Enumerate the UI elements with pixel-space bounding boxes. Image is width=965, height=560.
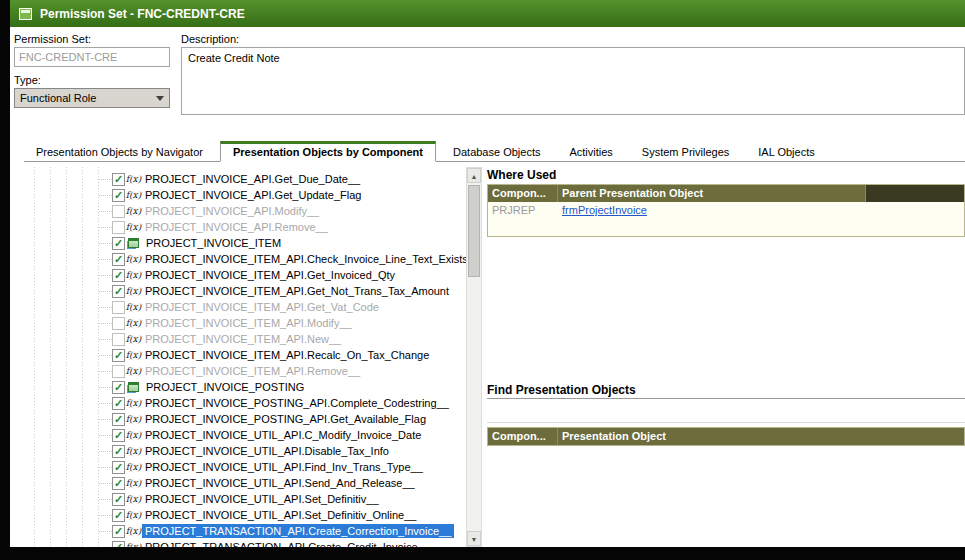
scroll-down-button[interactable]: ▼ <box>467 531 481 546</box>
checkbox[interactable]: ✓ <box>112 445 125 458</box>
column-header-parent-presentation-object[interactable]: Parent Presentation Object <box>558 185 866 202</box>
tree-row[interactable]: ✓f(x)PROJECT_INVOICE_POSTING_API.Get_Ava… <box>24 411 466 427</box>
type-dropdown[interactable]: Functional Role <box>14 88 170 108</box>
checkbox[interactable] <box>112 317 125 330</box>
tree-item-label[interactable]: PROJECT_INVOICE_UTIL_API.Set_Definitiv_O… <box>142 508 419 522</box>
tree-item-label[interactable]: PROJECT_INVOICE_UTIL_API.Disable_Tax_Inf… <box>142 444 392 458</box>
tree-row[interactable]: ✓f(x)PROJECT_INVOICE_UTIL_API.Find_Inv_T… <box>24 459 466 475</box>
tab-system-privileges[interactable]: System Privileges <box>630 143 741 161</box>
checkbox[interactable]: ✓ <box>112 237 125 250</box>
checkbox[interactable]: ✓ <box>112 381 125 394</box>
tree-item-label[interactable]: PROJECT_TRANSACTION_API.Create_Credit_In… <box>142 540 433 547</box>
checkbox[interactable]: ✓ <box>112 509 125 522</box>
tree-row[interactable]: ✓PROJECT_INVOICE_POSTING <box>24 379 466 395</box>
tree-row[interactable]: ✓f(x)PROJECT_INVOICE_ITEM_API.Check_Invo… <box>24 251 466 267</box>
checkbox[interactable] <box>112 333 125 346</box>
tree-item-label[interactable]: PROJECT_INVOICE_UTIL_API.Find_Inv_Trans_… <box>142 460 426 474</box>
tree-row[interactable]: ✓f(x)PROJECT_INVOICE_UTIL_API.Disable_Ta… <box>24 443 466 459</box>
tab-activities[interactable]: Activities <box>557 143 624 161</box>
tree-item-label[interactable]: PROJECT_INVOICE_ITEM_API.Recalc_On_Tax_C… <box>142 348 432 362</box>
tree-item-label[interactable]: PROJECT_INVOICE_API.Get_Update_Flag <box>142 188 364 202</box>
tree-row[interactable]: f(x)PROJECT_INVOICE_ITEM_API.New__ <box>24 331 466 347</box>
tree-item-label[interactable]: PROJECT_INVOICE_POSTING_API.Get_Availabl… <box>142 412 429 426</box>
tree-item-label[interactable]: PROJECT_INVOICE_ITEM_API.Remove__ <box>142 364 363 378</box>
tab-ial-objects[interactable]: IAL Objects <box>746 143 826 161</box>
checkbox[interactable]: ✓ <box>112 413 125 426</box>
tree-row[interactable]: ✓f(x)PROJECT_TRANSACTION_API.Create_Corr… <box>24 523 466 539</box>
checkbox[interactable]: ✓ <box>112 477 125 490</box>
tree-row[interactable]: ✓f(x)PROJECT_INVOICE_ITEM_API.Recalc_On_… <box>24 347 466 363</box>
checkbox[interactable] <box>112 365 125 378</box>
tree-item-label[interactable]: PROJECT_INVOICE_ITEM_API.Get_Not_Trans_T… <box>142 284 452 298</box>
tab-presentation-objects-by-navigator[interactable]: Presentation Objects by Navigator <box>24 143 215 161</box>
tree-row[interactable]: ✓f(x)PROJECT_INVOICE_UTIL_API.Set_Defini… <box>24 507 466 523</box>
tree-item-label[interactable]: PROJECT_INVOICE_POSTING_API.Complete_Cod… <box>142 396 452 410</box>
tree-item-label[interactable]: PROJECT_INVOICE_API.Get_Due_Date__ <box>142 172 363 186</box>
tree-row[interactable]: f(x)PROJECT_INVOICE_API.Modify__ <box>24 203 466 219</box>
description-textarea[interactable]: Create Credit Note <box>181 47 965 115</box>
checkbox[interactable]: ✓ <box>112 269 125 282</box>
checkbox[interactable]: ✓ <box>112 429 125 442</box>
tree-row[interactable]: ✓PROJECT_INVOICE_ITEM <box>24 235 466 251</box>
tree-item-label[interactable]: PROJECT_TRANSACTION_API.Create_Correctio… <box>142 524 454 538</box>
checkbox[interactable]: ✓ <box>112 397 125 410</box>
permission-set-icon <box>19 8 32 20</box>
tree-item-label[interactable]: PROJECT_INVOICE_ITEM_API.New__ <box>142 332 344 346</box>
column-header-component[interactable]: Compon... <box>488 185 558 202</box>
checkbox[interactable]: ✓ <box>112 189 125 202</box>
tree-row[interactable]: ✓f(x)PROJECT_INVOICE_ITEM_API.Get_Not_Tr… <box>24 283 466 299</box>
checkbox[interactable] <box>112 301 125 314</box>
checkbox[interactable]: ✓ <box>112 349 125 362</box>
tree-item-label[interactable]: PROJECT_INVOICE_UTIL_API.Set_Definitiv__ <box>142 492 382 506</box>
tab-presentation-objects-by-component[interactable]: Presentation Objects by Component <box>220 141 436 162</box>
tree-item-label[interactable]: PROJECT_INVOICE_ITEM_API.Modify__ <box>142 316 355 330</box>
tree-item-label[interactable]: PROJECT_INVOICE_ITEM_API.Get_Invoiced_Qt… <box>142 268 398 282</box>
tree: ✓f(x)PROJECT_INVOICE_API.Get_Due_Date__✓… <box>24 167 466 547</box>
scrollbar-thumb[interactable] <box>468 185 480 277</box>
tree-item-label[interactable]: PROJECT_INVOICE_ITEM <box>143 236 284 250</box>
tree-row[interactable]: ✓f(x)PROJECT_INVOICE_ITEM_API.Get_Invoic… <box>24 267 466 283</box>
tree-row[interactable]: ✓f(x)PROJECT_INVOICE_UTIL_API.C_Modify_I… <box>24 427 466 443</box>
where-used-row: PRJREPfrmProjectInvoice <box>488 202 964 218</box>
tree-item-label[interactable]: PROJECT_INVOICE_API.Remove__ <box>142 220 331 234</box>
checkbox[interactable]: ✓ <box>112 461 125 474</box>
tree-item-label[interactable]: PROJECT_INVOICE_POSTING <box>143 380 307 394</box>
checkbox[interactable]: ✓ <box>112 253 125 266</box>
checkbox[interactable] <box>112 221 125 234</box>
tree-row[interactable]: ✓f(x)PROJECT_INVOICE_POSTING_API.Complet… <box>24 395 466 411</box>
tree-row[interactable]: ✓f(x)PROJECT_INVOICE_API.Get_Update_Flag <box>24 187 466 203</box>
permission-set-input[interactable] <box>14 47 170 67</box>
find-presentation-objects-input[interactable] <box>487 400 965 423</box>
checkbox[interactable]: ✓ <box>112 493 125 506</box>
tree-row[interactable]: ✓f(x)PROJECT_INVOICE_UTIL_API.Set_Defini… <box>24 491 466 507</box>
tree-item-label[interactable]: PROJECT_INVOICE_UTIL_API.C_Modify_Invoic… <box>142 428 424 442</box>
checkbox[interactable] <box>112 205 125 218</box>
tree-row[interactable]: f(x)PROJECT_INVOICE_ITEM_API.Get_Vat_Cod… <box>24 299 466 315</box>
column-header-filler <box>866 185 964 202</box>
checkbox[interactable]: ✓ <box>112 525 125 538</box>
checkbox[interactable]: ✓ <box>112 173 125 186</box>
tree-item-label[interactable]: PROJECT_INVOICE_API.Modify__ <box>142 204 322 218</box>
tree-connector <box>99 531 112 532</box>
tree-item-label[interactable]: PROJECT_INVOICE_UTIL_API.Send_And_Releas… <box>142 476 418 490</box>
scroll-up-button[interactable]: ▲ <box>467 168 481 183</box>
tab-database-objects[interactable]: Database Objects <box>441 143 552 161</box>
function-icon: f(x) <box>125 254 142 264</box>
tree-row[interactable]: f(x)PROJECT_INVOICE_ITEM_API.Remove__ <box>24 363 466 379</box>
tree-scrollbar[interactable]: ▲ ▼ <box>466 167 482 547</box>
tree-row[interactable]: f(x)PROJECT_INVOICE_API.Remove__ <box>24 219 466 235</box>
tab-bar: Presentation Objects by NavigatorPresent… <box>24 141 965 162</box>
checkbox[interactable]: ✓ <box>112 285 125 298</box>
tree-connector <box>99 371 112 372</box>
function-icon: f(x) <box>125 414 142 424</box>
tree-item-label[interactable]: PROJECT_INVOICE_ITEM_API.Check_Invoice_L… <box>142 252 466 266</box>
tree-row[interactable]: f(x)PROJECT_INVOICE_ITEM_API.Modify__ <box>24 315 466 331</box>
tree-row[interactable]: ✓f(x)PROJECT_INVOICE_UTIL_API.Send_And_R… <box>24 475 466 491</box>
column-header-component[interactable]: Compon... <box>488 428 558 445</box>
function-icon: f(x) <box>125 478 142 488</box>
column-header-presentation-object[interactable]: Presentation Object <box>558 428 964 445</box>
tree-item-label[interactable]: PROJECT_INVOICE_ITEM_API.Get_Vat_Code <box>142 300 382 314</box>
tree-row[interactable]: ✓f(x)PROJECT_INVOICE_API.Get_Due_Date__ <box>24 171 466 187</box>
parent-presentation-object-link[interactable]: frmProjectInvoice <box>562 204 647 216</box>
tree-row[interactable]: ✓f(x)PROJECT_TRANSACTION_API.Create_Cred… <box>24 539 466 547</box>
